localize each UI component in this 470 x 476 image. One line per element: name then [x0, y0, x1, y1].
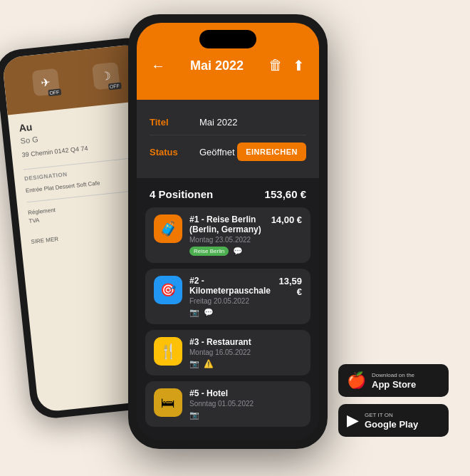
off-label-2: OFF: [108, 83, 121, 90]
appstore-text: Download on the App Store: [372, 373, 416, 389]
back-button[interactable]: ←: [151, 58, 165, 74]
title-value[interactable]: Mai 2022: [199, 117, 306, 128]
store-buttons: 🍎 Download on the App Store ▶ GET IT ON …: [338, 364, 449, 437]
app-header-nav: ← Mai 2022 🗑 ⬆: [151, 57, 305, 74]
title-label: Titel: [150, 117, 199, 128]
expense-details-1: #1 - Reise Berlin (Berlin, Germany) Mont…: [189, 214, 264, 256]
share-button[interactable]: ⬆: [293, 57, 305, 74]
submit-button[interactable]: EINREICHEN: [237, 143, 306, 161]
off-label-1: OFF: [48, 88, 61, 96]
expense-icon-travel: 🧳: [154, 214, 182, 243]
moon-icon: ☽ OFF: [92, 62, 120, 90]
expense-icon-hotel: 🛏: [154, 388, 182, 417]
expense-tag-1: Reise Berlin: [189, 247, 229, 256]
expense-details-5: #5 - Hotel Sonntag 01.05.2022 📷: [189, 388, 295, 420]
camera-icon-5: 📷: [189, 410, 199, 420]
expense-date-5: Sonntag 01.05.2022: [189, 400, 295, 408]
expense-icon-restaurant: 🍴: [154, 337, 182, 366]
expense-item-5[interactable]: 🛏 #5 - Hotel Sonntag 01.05.2022 📷: [145, 381, 310, 427]
expense-details-2: #2 - Kilometerpauschale Freitag 20.05.20…: [189, 276, 271, 317]
list-header: 4 Positionen 153,60 €: [137, 178, 319, 207]
camera-icon-3: 📷: [189, 359, 199, 368]
expense-amount-2: 13,59 €: [278, 276, 302, 297]
expense-icon-km: 🎯: [154, 276, 182, 304]
comment-icon-1: 💬: [233, 247, 243, 256]
googleplay-button[interactable]: ▶ GET IT ON Google Play: [338, 404, 449, 437]
list-count: 4 Positionen: [150, 188, 213, 200]
expense-details-3: #3 - Restaurant Montag 16.05.2022 📷 ⚠️: [189, 337, 295, 368]
appstore-button[interactable]: 🍎 Download on the App Store: [338, 364, 449, 397]
expense-right-1: 14,00 €: [271, 214, 302, 225]
expense-right-2: 13,59 €: [278, 276, 302, 297]
status-label: Status: [150, 147, 199, 157]
google-play-icon: ▶: [347, 411, 359, 430]
warning-icon-3: ⚠️: [204, 359, 214, 368]
expense-date-3: Montag 16.05.2022: [189, 348, 295, 356]
title-row: Titel Mai 2022: [150, 110, 306, 135]
expense-amount-1: 14,00 €: [271, 214, 302, 225]
list-total: 153,60 €: [265, 188, 306, 200]
delete-button[interactable]: 🗑: [268, 57, 283, 74]
expense-title-2: #2 - Kilometerpauschale: [189, 276, 271, 296]
expense-item-2[interactable]: 🎯 #2 - Kilometerpauschale Freitag 20.05.…: [145, 269, 310, 324]
googleplay-name: Google Play: [365, 420, 418, 429]
dynamic-island: [199, 30, 256, 48]
expense-tags-2: 📷 💬: [189, 308, 271, 317]
googleplay-sub: GET IT ON: [365, 413, 418, 418]
apple-icon: 🍎: [347, 371, 366, 390]
expense-title-5: #5 - Hotel: [189, 388, 295, 398]
phone-main: ← Mai 2022 🗑 ⬆ Titel Mai 2022 Status Geö…: [128, 14, 328, 449]
app-screen: ← Mai 2022 🗑 ⬆ Titel Mai 2022 Status Geö…: [137, 23, 319, 440]
appstore-sub: Download on the: [372, 373, 416, 378]
header-icons: 🗑 ⬆: [268, 57, 305, 74]
expense-item-3[interactable]: 🍴 #3 - Restaurant Montag 16.05.2022 📷 ⚠️: [145, 330, 310, 376]
appstore-name: App Store: [372, 380, 416, 389]
expense-date-1: Montag 23.05.2022: [189, 236, 264, 244]
comment-icon-2: 💬: [204, 308, 214, 317]
expense-tags-1: Reise Berlin 💬: [189, 247, 264, 256]
expense-item-1[interactable]: 🧳 #1 - Reise Berlin (Berlin, Germany) Mo…: [145, 207, 310, 263]
header-title: Mai 2022: [190, 58, 244, 73]
expense-tags-3: 📷 ⚠️: [189, 359, 295, 368]
expense-title-3: #3 - Restaurant: [189, 337, 295, 347]
expense-title-1: #1 - Reise Berlin (Berlin, Germany): [189, 214, 264, 234]
status-value: Geöffnet: [199, 147, 237, 157]
flight-mode-icon: ✈ OFF: [31, 68, 60, 97]
expense-date-2: Freitag 20.05.2022: [189, 297, 271, 305]
googleplay-text: GET IT ON Google Play: [365, 413, 418, 429]
expense-tags-5: 📷: [189, 410, 295, 420]
expense-list: 🧳 #1 - Reise Berlin (Berlin, Germany) Mo…: [137, 207, 319, 433]
status-row: Status Geöffnet EINREICHEN: [150, 135, 306, 168]
app-form: Titel Mai 2022 Status Geöffnet EINREICHE…: [137, 100, 319, 178]
camera-icon-2: 📷: [189, 308, 199, 317]
